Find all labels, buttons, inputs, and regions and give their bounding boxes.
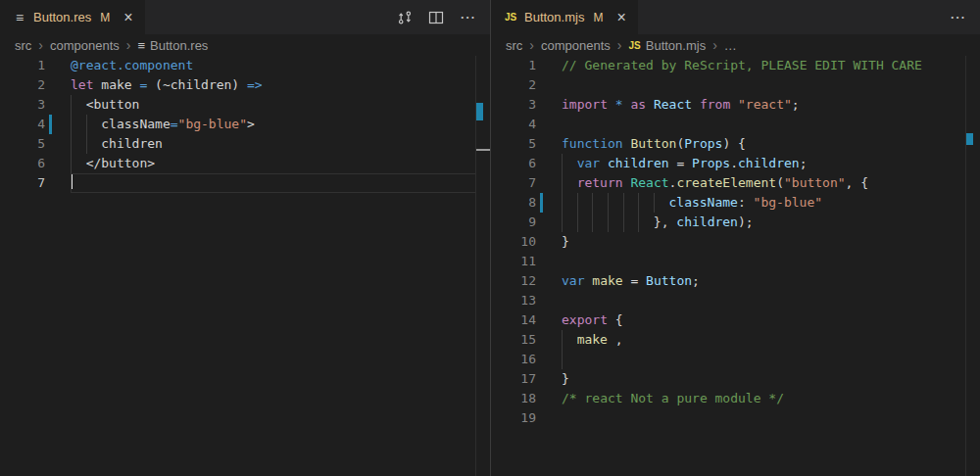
line-number: 5 [0, 134, 45, 154]
code-line[interactable]: 6</button> [0, 154, 490, 173]
code-line[interactable]: 16 [491, 350, 980, 369]
git-modified-badge: M [593, 11, 603, 24]
code-token [600, 156, 608, 170]
file-icon: ≡ [12, 11, 27, 24]
line-number: 1 [491, 56, 536, 75]
code-line[interactable]: 2let make = (~children) => [0, 75, 490, 95]
git-modified-badge: M [100, 11, 110, 24]
code-line[interactable]: 10} [491, 232, 980, 252]
overview-ruler-border [965, 56, 966, 476]
code-token: </button> [86, 156, 155, 170]
line-number: 3 [0, 95, 45, 115]
split-editor-icon[interactable] [428, 10, 444, 25]
chevron-right-icon: › [529, 38, 534, 52]
tab-button-mjs[interactable]: JS Button.mjs M × [491, 0, 638, 34]
code-lines: 1// Generated by ReScript, PLEASE EDIT W… [491, 56, 980, 428]
code-line[interactable]: 3<button [0, 95, 490, 115]
code-line[interactable]: 13 [491, 291, 980, 310]
code-text: return React.createElement("button", { [543, 173, 868, 193]
code-line[interactable]: 7 [0, 173, 490, 193]
code-token: } [562, 234, 569, 249]
indent-guide [71, 134, 86, 154]
code-line[interactable]: 2 [491, 75, 980, 95]
line-number: 19 [491, 408, 536, 428]
close-icon[interactable]: × [614, 10, 627, 25]
code-token: make [93, 77, 139, 92]
code-line[interactable]: 7return React.createElement("button", { [491, 173, 980, 193]
breadcrumb-file-label: Button.mjs [646, 38, 706, 53]
line-number: 9 [491, 213, 536, 232]
code-text [52, 173, 73, 193]
code-line[interactable]: 12var make = Button; [491, 271, 980, 291]
code-token: = [623, 273, 646, 288]
code-text [543, 75, 562, 95]
code-token: Props [692, 156, 730, 170]
indent-guide [577, 213, 593, 232]
more-actions-icon[interactable]: ⋯ [950, 8, 966, 26]
code-token: export [562, 312, 608, 327]
code-line[interactable]: 19 [491, 408, 980, 428]
code-line[interactable]: 14export { [491, 310, 980, 330]
code-line[interactable]: 9}, children); [491, 213, 980, 232]
line-number: 14 [491, 310, 536, 330]
editor-group-left: ≡ Button.res M × [0, 0, 490, 476]
line-number: 4 [0, 115, 45, 134]
open-changes-icon[interactable] [397, 10, 413, 25]
code-token: "react" [738, 97, 792, 112]
line-number: 2 [0, 75, 45, 95]
code-token: Props [684, 136, 722, 151]
code-token: React [630, 175, 668, 190]
code-token: }, [654, 214, 676, 229]
code-token: = [171, 117, 178, 131]
code-line[interactable]: 17} [491, 369, 980, 389]
indent-guide [608, 213, 623, 232]
code-token: /* react Not a pure module */ [562, 391, 784, 405]
editor-left[interactable]: 1@react.component2let make = (~children)… [0, 56, 490, 476]
code-line[interactable]: 1// Generated by ReScript, PLEASE EDIT W… [491, 56, 980, 75]
file-icon: ≡ [138, 39, 146, 52]
breadcrumb-item-file[interactable]: ≡ Button.res [138, 38, 209, 53]
code-line[interactable]: 8className: "bg-blue" [491, 193, 980, 213]
code-line[interactable]: 5function Button(Props) { [491, 134, 980, 154]
code-line[interactable]: 4className="bg-blue"> [0, 115, 490, 134]
breadcrumb: src › components › ≡ Button.res [0, 34, 490, 56]
code-line[interactable]: 3import * as React from "react"; [491, 95, 980, 115]
code-token: createElement [676, 175, 776, 190]
chevron-right-icon: › [617, 38, 622, 52]
code-line[interactable]: 4 [491, 115, 980, 134]
code-text [543, 252, 562, 271]
breadcrumb-item-symbol[interactable]: … [724, 38, 737, 53]
tab-button-res[interactable]: ≡ Button.res M × [0, 0, 145, 34]
code-line[interactable]: 11 [491, 252, 980, 271]
indent-guide [592, 213, 608, 232]
javascript-file-icon: JS [503, 12, 518, 23]
breadcrumb-item-components[interactable]: components [50, 38, 120, 53]
line-number: 18 [491, 389, 536, 408]
line-number: 5 [491, 134, 536, 154]
more-actions-icon[interactable]: ⋯ [460, 8, 476, 26]
line-number: 8 [491, 193, 536, 213]
code-token: from [700, 97, 730, 112]
breadcrumb-item-components[interactable]: components [541, 38, 611, 53]
code-token: } [562, 371, 569, 386]
code-token: = [669, 156, 692, 170]
code-token [730, 97, 738, 112]
close-icon[interactable]: × [122, 10, 134, 25]
code-token: function [562, 136, 623, 151]
code-token: { [608, 312, 623, 327]
breadcrumb-item-file[interactable]: JS Button.mjs [629, 38, 707, 53]
code-text: var make = Button; [543, 271, 700, 291]
editor-actions-right: ⋯ [950, 0, 980, 34]
code-text: }, children); [543, 213, 754, 232]
code-line[interactable]: 5children [0, 134, 490, 154]
code-line[interactable]: 1@react.component [0, 56, 490, 75]
breadcrumb-item-src[interactable]: src [506, 38, 522, 53]
code-text: var children = Props.children; [543, 154, 807, 173]
indent-guide [562, 193, 577, 213]
code-line[interactable]: 15make , [491, 330, 980, 350]
code-line[interactable]: 6var children = Props.children; [491, 154, 980, 173]
code-line[interactable]: 18/* react Not a pure module */ [491, 389, 980, 408]
breadcrumb-item-src[interactable]: src [15, 38, 31, 53]
code-token: "bg-blue" [754, 195, 822, 210]
editor-right[interactable]: 1// Generated by ReScript, PLEASE EDIT W… [491, 56, 980, 476]
